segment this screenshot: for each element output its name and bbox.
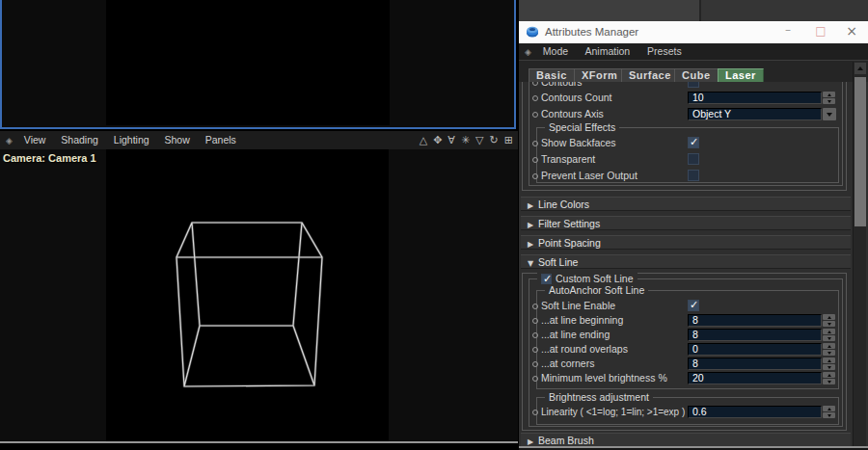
param-label: ...at line ending — [541, 329, 610, 341]
soft-line-enable-checkbox[interactable] — [688, 300, 699, 311]
spin-up-button[interactable] — [823, 343, 835, 349]
tab-basic[interactable]: Basic — [529, 68, 575, 83]
spin-up-button[interactable] — [823, 92, 835, 97]
camera-viewport[interactable]: Camera: Camera 1 — [0, 149, 518, 441]
contours-axis-dropdown[interactable]: Object Y — [688, 108, 822, 120]
param-label: Linearity ( <1=log; 1=lin; >1=exp ) — [541, 406, 685, 418]
move-icon[interactable]: ✥ — [433, 131, 442, 149]
window-title: Attributes Manager — [545, 26, 638, 38]
field-value: 10 — [692, 92, 704, 103]
screenshot-root: ◈ View Shading Lighting Show Panels △ ✥ … — [0, 0, 868, 450]
custom-soft-line-checkbox[interactable] — [541, 274, 552, 284]
window-menubar: ◈ Mode Animation Presets — [519, 43, 868, 60]
viewport-menu-view[interactable]: View — [24, 134, 46, 146]
chevron-right-icon: ▶ — [528, 238, 538, 251]
field-value: 0.6 — [692, 406, 707, 417]
field-value: 8 — [692, 329, 698, 340]
at-line-ending-field[interactable]: 8 — [688, 329, 822, 341]
viewport-menu-lighting[interactable]: Lighting — [114, 134, 149, 146]
spin-up-button[interactable] — [823, 372, 835, 378]
at-round-overlaps-row: ...at round overlaps 0 — [519, 343, 853, 356]
param-label: ...at line beginning — [541, 314, 623, 327]
viewport-grip-icon[interactable]: ◈ — [6, 136, 13, 146]
contours-count-field[interactable]: 10 — [688, 92, 822, 104]
param-label: Prevent Laser Output — [541, 170, 637, 182]
section-label: Line Colors — [538, 199, 589, 210]
background-window-strip — [519, 0, 868, 21]
tab-surface[interactable]: Surface — [621, 68, 679, 83]
panel-scrollbar[interactable] — [853, 62, 866, 446]
close-button[interactable]: × — [841, 23, 862, 39]
groupbox-title: Special Effects — [545, 121, 619, 134]
at-line-beginning-spinner — [823, 314, 835, 327]
minimize-button[interactable]: – — [777, 23, 799, 37]
axes-icon[interactable]: ∀ — [448, 131, 455, 149]
app-icon — [526, 25, 539, 39]
viewport-menubar: ◈ View Shading Lighting Show Panels △ ✥ … — [0, 131, 518, 149]
layout-icon[interactable]: ⊞ — [504, 131, 513, 149]
spin-up-button[interactable] — [823, 314, 835, 320]
warning-triangle-icon[interactable]: △ — [420, 131, 427, 149]
light-cone-icon[interactable]: ▽ — [475, 131, 483, 149]
groupbox-title: AutoAnchor Soft Line — [545, 284, 648, 297]
spin-down-button[interactable] — [823, 335, 835, 341]
spin-down-button[interactable] — [823, 98, 835, 104]
attributes-panel: Contours Contours Count 10 Contours Axis… — [519, 82, 853, 446]
spin-down-button[interactable] — [823, 350, 835, 356]
chevron-right-icon: ▶ — [528, 219, 538, 231]
spin-down-button[interactable] — [823, 412, 835, 418]
menu-presets[interactable]: Presets — [647, 45, 682, 57]
dropdown-arrow-button[interactable] — [823, 108, 836, 120]
spin-down-button[interactable] — [823, 379, 835, 384]
at-corners-field[interactable]: 8 — [688, 357, 822, 370]
section-point-spacing[interactable]: ▶Point Spacing — [521, 235, 851, 250]
wireframe-cube — [0, 149, 518, 441]
spin-up-button[interactable] — [823, 357, 835, 363]
tab-xform[interactable]: XForm — [574, 68, 625, 83]
param-dot-icon — [532, 112, 538, 118]
show-backfaces-checkbox[interactable] — [688, 137, 699, 148]
linearity-row: Linearity ( <1=log; 1=lin; >1=exp ) 0.6 — [519, 406, 853, 418]
section-soft-line[interactable]: ▼Soft Line — [521, 254, 851, 269]
menubar-grip-icon[interactable]: ◈ — [525, 47, 531, 57]
viewport-menu-panels[interactable]: Panels — [205, 134, 236, 146]
param-label: Transparent — [541, 153, 595, 166]
at-corners-spinner — [823, 357, 835, 370]
menu-mode[interactable]: Mode — [543, 45, 568, 57]
section-filter-settings[interactable]: ▶Filter Settings — [521, 216, 851, 230]
rotate-icon[interactable]: ↻ — [490, 131, 499, 149]
scroll-up-button[interactable] — [854, 63, 866, 74]
menu-animation[interactable]: Animation — [584, 45, 630, 57]
gimbal-icon[interactable]: ✳ — [461, 131, 470, 149]
viewport-menu-shading[interactable]: Shading — [61, 134, 98, 146]
chevron-right-icon: ▶ — [528, 436, 538, 446]
top-viewport[interactable] — [0, 0, 516, 129]
section-line-colors[interactable]: ▶Line Colors — [521, 197, 851, 211]
spin-down-button[interactable] — [823, 321, 835, 327]
at-line-beginning-field[interactable]: 8 — [688, 314, 822, 327]
groupbox-title: Brightness adjustment — [545, 391, 653, 404]
linearity-field[interactable]: 0.6 — [688, 406, 822, 418]
spin-up-button[interactable] — [823, 329, 835, 334]
minimum-level-brightness-field[interactable]: 20 — [688, 372, 822, 384]
tab-cube[interactable]: Cube — [674, 68, 719, 83]
param-dot-icon — [532, 318, 538, 324]
scrollbar-thumb[interactable] — [854, 77, 866, 226]
spin-up-button[interactable] — [823, 406, 835, 411]
maximize-button[interactable]: □ — [810, 24, 831, 38]
section-beam-brush[interactable]: ▶Beam Brush — [521, 433, 851, 446]
window-titlebar[interactable]: Attributes Manager – □ × — [519, 21, 868, 43]
at-round-overlaps-field[interactable]: 0 — [688, 343, 822, 356]
viewport-menu-show[interactable]: Show — [165, 134, 190, 146]
contours-axis-row: Contours Axis Object Y — [519, 108, 853, 120]
at-line-ending-spinner — [823, 329, 835, 341]
at-line-beginning-row: ...at line beginning 8 — [519, 314, 853, 327]
spin-down-button[interactable] — [823, 364, 835, 370]
contours-checkbox[interactable] — [688, 82, 699, 88]
prevent-laser-output-checkbox[interactable] — [688, 170, 699, 181]
transparent-checkbox[interactable] — [688, 153, 699, 165]
param-label: Soft Line Enable — [541, 300, 615, 312]
groupbox-title-text: Custom Soft Line — [556, 273, 634, 284]
chevron-right-icon: ▶ — [528, 199, 538, 212]
tab-laser[interactable]: Laser — [718, 68, 764, 83]
